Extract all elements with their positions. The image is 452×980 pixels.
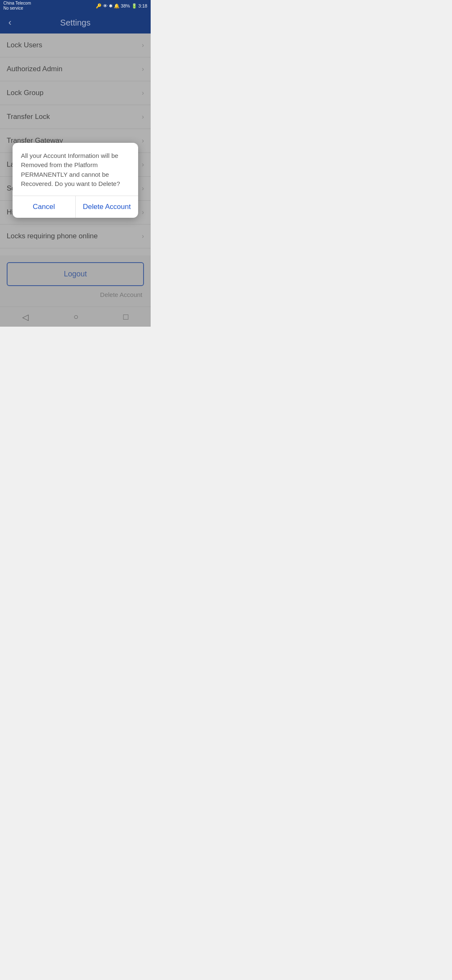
time: 3:18 — [139, 3, 147, 8]
bluetooth-icon: ✱ — [109, 3, 113, 9]
dialog-overlay: All your Account Information will be Rem… — [0, 34, 151, 327]
confirm-dialog: All your Account Information will be Rem… — [13, 143, 138, 218]
dialog-buttons: Cancel Delete Account — [13, 196, 138, 218]
delete-account-button[interactable]: Delete Account — [76, 196, 139, 218]
no-service: No service — [3, 6, 31, 11]
battery-percent: 38% — [121, 3, 130, 8]
cancel-button[interactable]: Cancel — [13, 196, 76, 218]
key-icon: 🔑 — [96, 3, 102, 9]
content-wrapper: Lock Users › Authorized Admin › Lock Gro… — [0, 34, 151, 327]
status-icons: 🔑 👁 ✱ 🔔 38% 🔋 3:18 — [96, 3, 147, 9]
back-button[interactable]: ‹ — [7, 15, 13, 30]
page-title: Settings — [60, 18, 90, 28]
carrier-name: China Telecom — [3, 1, 31, 6]
dialog-message: All your Account Information will be Rem… — [13, 143, 138, 196]
header: ‹ Settings — [0, 12, 151, 34]
battery-icon: 🔋 — [131, 3, 137, 9]
alarm-icon: 🔔 — [114, 3, 120, 9]
eye-icon: 👁 — [103, 3, 108, 8]
carrier-info: China Telecom No service — [3, 1, 31, 11]
status-bar: China Telecom No service 🔑 👁 ✱ 🔔 38% 🔋 3… — [0, 0, 151, 12]
